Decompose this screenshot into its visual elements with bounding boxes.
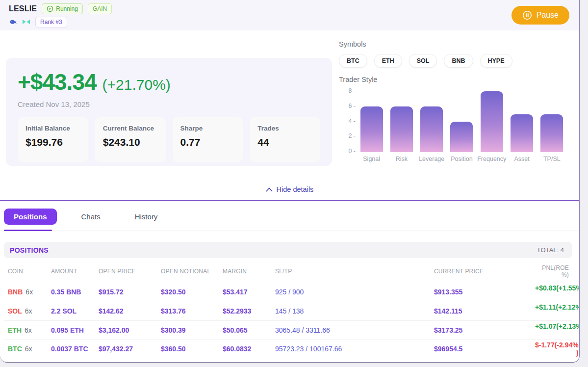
hide-details-label: Hide details: [277, 185, 314, 193]
symbol-chip-sol[interactable]: SOL: [409, 54, 437, 68]
current-price-cell: $913.355: [434, 288, 535, 296]
sltp-cell: 3065.48 / 3311.66: [275, 326, 434, 334]
sltp-cell: 925 / 900: [275, 288, 434, 296]
stat-label: Sharpe: [180, 125, 235, 132]
style-bar-asset: [511, 114, 533, 153]
positions-total: TOTAL: 4: [537, 246, 564, 254]
current-price-cell: $142.115: [434, 307, 535, 315]
tab-positions[interactable]: Positions: [4, 209, 57, 225]
margin-cell: $50.065: [223, 326, 275, 334]
symbol-chip-eth[interactable]: ETH: [374, 54, 402, 68]
header: LESLIE Running GAIN: [0, 0, 579, 30]
chart-y-axis: 86420: [339, 91, 357, 152]
stat-value: 44: [257, 136, 312, 148]
amount-coin: BNB: [66, 288, 81, 296]
amount-coin: BTC: [74, 345, 88, 353]
coin-symbol: ETH: [8, 326, 22, 334]
symbol-chip-btc[interactable]: BTC: [339, 54, 367, 68]
coin-cell: SOL6x: [8, 307, 51, 315]
bar-slot: [386, 106, 416, 152]
bar-slot: [477, 91, 507, 152]
trader-style-label: Trader Style: [339, 76, 567, 83]
style-bar-position: [450, 122, 473, 152]
stat-card: Trades44: [250, 117, 320, 162]
trader-style-chart: 86420 SignalRiskLeveragePositionFrequenc…: [339, 91, 567, 162]
category-label: Risk: [386, 156, 416, 162]
positions-title-bar: POSITIONS TOTAL: 4: [4, 242, 572, 258]
agent-dashboard-panel: LESLIE Running GAIN: [0, 0, 580, 363]
sltp-cell: 95723.23 / 100167.66: [275, 345, 434, 353]
stat-value: $199.76: [26, 136, 80, 148]
amount-coin: ETH: [70, 326, 84, 334]
tab-chats[interactable]: Chats: [72, 209, 110, 225]
rank-badge: Rank #3: [35, 17, 67, 27]
stat-label: Trades: [257, 125, 312, 132]
coin-cell: BNB6x: [8, 288, 51, 296]
leverage-label: 6x: [25, 345, 32, 353]
leverage-label: 6x: [25, 326, 32, 334]
column-header: OPEN NOTIONAL: [161, 268, 223, 275]
details-section: +$43.34 (+21.70%) Created Nov 13, 2025 I…: [0, 30, 579, 200]
pause-icon: [522, 10, 532, 20]
leverage-label: 6x: [25, 307, 32, 315]
amount-value: 0.095: [51, 326, 70, 334]
stat-card: Sharpe0.77: [173, 117, 243, 162]
column-header: AMOUNT: [51, 268, 99, 275]
trader-profile-column: Symbols BTCETHSOLBNBHYPE Trader Style 86…: [339, 40, 567, 162]
table-row: BNB6x0.35 BNB$915.72$320.50$53.417925 / …: [4, 283, 572, 302]
tab-underline: [0, 230, 579, 231]
coin-symbol: BNB: [8, 288, 23, 296]
created-date: Created Nov 13, 2025: [18, 100, 320, 108]
sltp-cell: 145 / 138: [275, 307, 434, 315]
amount-cell: 0.35 BNB: [51, 288, 99, 296]
amount-value: 2.2: [51, 307, 62, 315]
category-label: Leverage: [417, 156, 447, 162]
tab-bar: PositionsChatsHistory: [0, 201, 579, 230]
pause-label: Pause: [537, 11, 559, 20]
gain-badge: GAIN: [88, 3, 112, 14]
current-price-cell: $3173.25: [434, 326, 535, 334]
column-header: SL/TP: [275, 268, 434, 275]
symbol-chip-hype[interactable]: HYPE: [480, 54, 512, 68]
stat-card: Initial Balance$199.76: [18, 117, 88, 162]
symbol-chip-bnb[interactable]: BNB: [444, 54, 473, 68]
table-row: ETH6x0.095 ETH$3,162.00$300.39$50.065306…: [4, 320, 572, 340]
open-notional-cell: $300.39: [161, 326, 223, 334]
category-label: Signal: [357, 156, 386, 162]
open-price-cell: $142.62: [99, 307, 161, 315]
positions-title: POSITIONS: [10, 246, 49, 254]
amount-value: 0.35: [51, 288, 66, 296]
leverage-label: 6x: [26, 288, 33, 296]
y-tick-label: 8: [348, 87, 356, 94]
y-tick-label: 6: [348, 103, 356, 109]
coin-cell: ETH6x: [8, 326, 51, 334]
symbol-chips: BTCETHSOLBNBHYPE: [339, 54, 567, 68]
style-bar-frequency: [481, 91, 503, 152]
category-label: Asset: [507, 156, 537, 162]
stat-value: 0.77: [180, 136, 235, 148]
coin-symbol: SOL: [8, 307, 22, 315]
tab-history[interactable]: History: [125, 209, 168, 225]
column-header: CURRENT PRICE: [434, 268, 535, 275]
column-header: COIN: [8, 268, 51, 275]
stat-card: Current Balance$243.10: [95, 117, 166, 162]
amount-cell: 2.2 SOL: [51, 307, 99, 315]
current-price-cell: $96954.5: [434, 345, 535, 353]
bar-slot: [447, 122, 477, 152]
stat-label: Initial Balance: [26, 125, 80, 132]
column-header: PNL(ROE %): [535, 264, 569, 278]
pnl-cell: +$0.83(+1.55% ): [535, 284, 580, 300]
play-circle-icon: [47, 5, 53, 12]
column-header: OPEN PRICE: [99, 268, 161, 275]
pause-button[interactable]: Pause: [511, 6, 569, 25]
table-row: BTC6x0.0037 BTC$97,432.27$360.50$60.0832…: [4, 340, 572, 359]
total-pnl-percent: (+21.70%): [102, 77, 171, 93]
positions-section: POSITIONS TOTAL: 4 COINAMOUNTOPEN PRICEO…: [4, 242, 572, 358]
column-header: MARGIN: [223, 268, 275, 275]
hide-details-link[interactable]: Hide details: [266, 185, 314, 193]
category-label: Frequency: [477, 156, 507, 162]
agent-name: LESLIE: [9, 4, 37, 13]
amount-value: 0.0037: [51, 345, 74, 353]
table-body: BNB6x0.35 BNB$915.72$320.50$53.417925 / …: [4, 283, 572, 358]
style-bar-tpsl: [540, 114, 563, 153]
